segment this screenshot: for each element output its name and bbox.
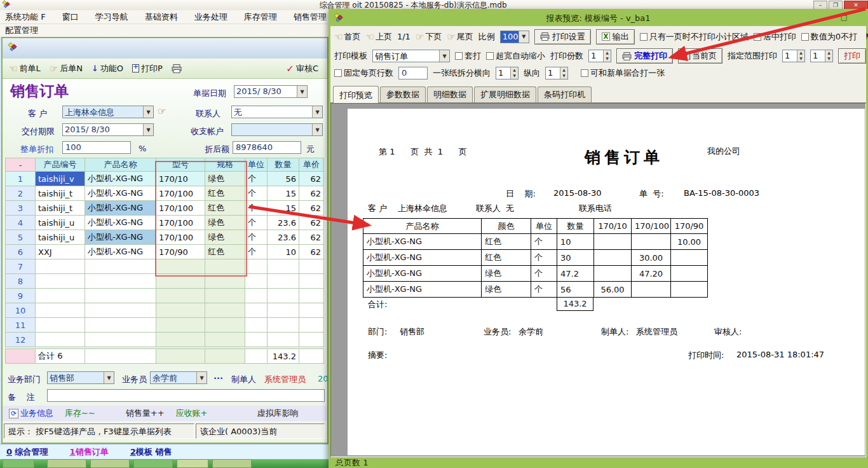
printer-quick-button[interactable] [172,64,182,73]
discount-input[interactable]: 100 [62,141,131,154]
fixed-rows-input[interactable]: 0 [398,67,428,79]
print-menu-button[interactable]: 打印P [132,63,163,74]
option-no-subtotal[interactable]: 只有一页时不打印小计区域 [640,31,749,43]
copies-label: 打印份数 [550,50,583,62]
preview-maximize-button[interactable]: □ [837,13,851,24]
spin-down-icon[interactable]: ▼ [604,56,611,62]
zoom-combo[interactable]: 100▼ [500,31,529,43]
preview-minimize-button[interactable]: — [823,13,837,24]
menu-system[interactable]: 系统功能 F [5,11,46,23]
last-page-button[interactable]: ☞尾页 [447,31,473,43]
range-to-spinner[interactable]: 1▲▼ [810,50,833,62]
range-from-spinner[interactable]: 1▲▼ [782,50,805,62]
function-button[interactable]: ↓功能O [92,63,123,74]
taskbar-button[interactable] [177,459,208,468]
checkbox-icon [581,69,588,77]
note-input[interactable] [47,389,325,402]
prev-doc-button[interactable]: ☜前单L [9,63,41,74]
next-page-button[interactable]: ☞下页 [416,31,442,43]
option-shrink[interactable]: 超宽自动缩小 [486,50,545,62]
spin-down-icon[interactable]: ▼ [511,73,518,79]
option-merge-print[interactable]: 可和新单据合打一张 [581,67,665,79]
mdi-tab-sales-order[interactable]: 1销售订单 [70,446,109,458]
more-button[interactable]: ... [214,371,223,381]
checkbox-icon [455,52,463,60]
contact-combo[interactable]: 无▼ [231,106,323,118]
option-zero-no-print[interactable]: 数值为0不打 [801,31,857,43]
next-doc-button[interactable]: ☞后单N [50,63,83,74]
dept-combo[interactable]: 销售部▼ [47,371,114,384]
first-page-button[interactable]: ☜首页 [334,31,360,43]
restore-button[interactable]: ❐ [829,1,843,10]
menu-inventory[interactable]: 库存管理 [244,11,277,23]
selected-cell[interactable]: taishiji_v [36,172,85,186]
taskbar-button[interactable] [212,459,252,468]
business-info-link[interactable]: ⟳业务信息 [9,408,53,419]
tab-param-data[interactable]: 参数数据 [380,86,426,102]
screen: 综合管理 oit 20150825 - 本地服务-db)演示信息.mdb – ❐… [0,0,868,468]
spin-up-icon[interactable]: ▲ [560,67,567,73]
doc-date-combo[interactable]: 2015/ 8/30▼ [234,85,308,98]
export-button[interactable]: X输出 [596,29,635,45]
report-customer: 上海林伞信息 [398,203,447,214]
clipped-toolbar-icon: ⚑ [865,32,868,41]
dept-label: 业务部门 [8,374,41,385]
stock-link[interactable]: 库存~~ [65,408,95,419]
spin-up-icon[interactable]: ▲ [604,50,611,56]
close-button[interactable]: ✕ [844,1,868,10]
salesman-combo[interactable]: 余学前▼ [150,371,207,384]
print-current-page-button[interactable]: 打当前页 [678,48,722,64]
sales-qty-link[interactable]: 销售量++ [126,408,165,419]
taskbar-button[interactable] [90,459,130,468]
receivable-link[interactable]: 应收账+ [176,408,208,419]
discount-label: 整单折扣 [20,144,53,155]
split-h-spinner[interactable]: 1▲▼ [496,67,519,79]
audit-button[interactable]: ✓审核C [286,63,318,74]
menu-business[interactable]: 业务处理 [194,11,227,23]
taskbar-button[interactable] [133,459,173,468]
taskbar-start[interactable] [3,459,34,468]
spin-down-icon[interactable]: ▼ [825,56,832,62]
spin-up-icon[interactable]: ▲ [825,50,832,56]
deadline-combo[interactable]: 2015/ 8/30▼ [62,123,154,136]
menu-window[interactable]: 窗口 [62,11,79,23]
spin-down-icon[interactable]: ▼ [560,73,567,79]
finger-lookup-icon[interactable]: ☞ [158,106,166,117]
chevron-down-icon: ▼ [439,50,449,62]
mdi-tab-template[interactable]: 2模板 销售 [130,446,172,458]
print-button[interactable]: 打印 [838,48,866,64]
print-setup-button[interactable]: 打印设置 [534,29,591,45]
spin-up-icon[interactable]: ▲ [511,67,518,73]
spin-down-icon[interactable]: ▼ [797,56,804,62]
menu-learning-nav[interactable]: 学习导航 [95,11,128,23]
menu-base-data[interactable]: 基础资料 [145,11,178,23]
account-combo[interactable]: ▼ [231,123,323,136]
minimize-button[interactable]: – [813,1,827,10]
tab-print-preview[interactable]: 打印预览 [333,86,379,103]
report-table: 产品名称颜色 单位数量 170/10170/100 170/90 小型机-XG-… [363,218,708,298]
customer-combo[interactable]: 上海林伞信息▼ [62,106,154,118]
option-overprint[interactable]: 套打 [455,50,481,62]
option-center-print[interactable]: 居中打印 [754,31,796,43]
taskbar-button[interactable] [47,459,86,468]
chevron-down-icon: ▼ [519,31,529,43]
tab-detail-data[interactable]: 明细数据 [427,86,473,102]
spin-up-icon[interactable]: ▲ [797,50,804,56]
copies-spinner[interactable]: 1▲▼ [588,50,611,62]
child-logo-icon [8,42,17,53]
template-combo[interactable]: 销售订单▼ [372,50,450,62]
grid-total-row: 合计 6 143.2 [5,348,324,364]
full-print-button[interactable]: 完整打印 [616,48,673,64]
prev-page-button[interactable]: ☜上页 [365,31,391,43]
mdi-tab-main[interactable]: 0 综合管理 [6,446,48,458]
report-customer-label: 客 户 [368,203,387,214]
amount-input[interactable]: 8978640 [233,141,301,154]
report-no: BA-15-08-30-0003 [684,188,759,198]
split-v-spinner[interactable]: 1▲▼ [545,67,568,79]
virtual-stock-link[interactable]: 虚拟库影响 [257,408,299,419]
menu-sales[interactable]: 销售管理 [294,11,327,23]
menu-config[interactable]: 配置管理 [5,25,38,36]
tab-barcode-printer[interactable]: 条码打印机 [538,86,592,102]
option-fixed-rows[interactable]: 固定每页行数 [334,67,393,79]
tab-ext-detail-data[interactable]: 扩展明细数据 [474,86,536,102]
